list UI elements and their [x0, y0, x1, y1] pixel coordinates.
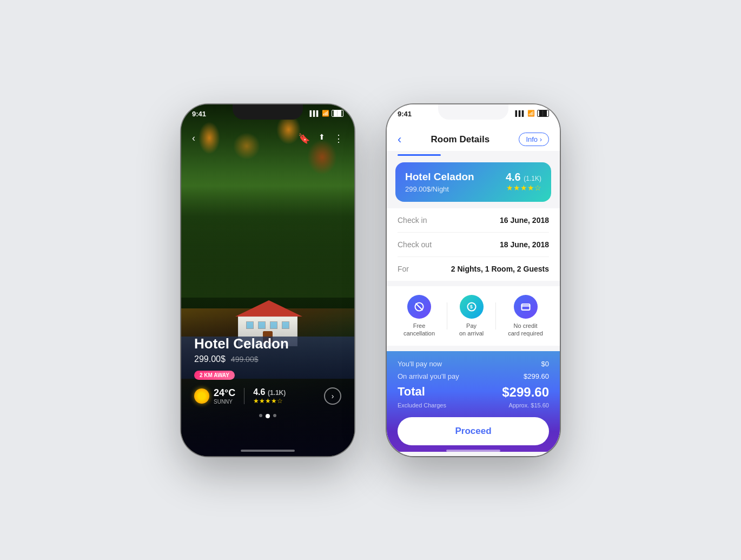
rating-info-dark: 4.6 (1.1K) ★★★★☆ [253, 387, 286, 405]
pay-now-label: You'll pay now [398, 360, 442, 368]
white-body[interactable]: Hotel Celadon 299.00$/Night 4.6 (1.1K) ★… [387, 156, 560, 456]
proceed-button[interactable]: Proceed [398, 417, 549, 445]
pay-now-value: $0 [541, 360, 549, 368]
more-icon-dark[interactable]: ⋮ [334, 133, 343, 144]
phones-container: 9:41 ▌▌▌ 📶 ██ [181, 104, 560, 456]
svg-text:$: $ [469, 304, 472, 309]
phone-white-content: 9:41 ▌▌▌ 📶 ██ ‹ Room Details Info › [387, 104, 560, 456]
white-nav: ‹ Room Details Info › [387, 128, 560, 151]
price-old-dark: 499.00$ [231, 355, 259, 364]
status-icons-dark: ▌▌▌ 📶 ██ [310, 110, 343, 117]
signal-icon-dark: ▌▌▌ [310, 110, 320, 116]
battery-icon-dark: ██ [332, 110, 343, 117]
stars-dark: ★★★★☆ [253, 397, 286, 405]
back-icon-dark[interactable]: ‹ [192, 133, 195, 144]
weather-details: 24°C SUNNY [214, 387, 235, 405]
detail-row-for: For 2 Nights, 1 Room, 2 Guests [398, 257, 549, 281]
dot-2-active[interactable] [266, 414, 270, 418]
hotel-name-dark: Hotel Celadon [194, 335, 341, 352]
detail-row-checkout: Check out 18 June, 2018 [398, 233, 549, 257]
house-roof [235, 300, 302, 317]
notch-white [438, 104, 508, 120]
checkout-label: Check out [398, 240, 432, 249]
pay-arrival-icon: $ [460, 295, 484, 319]
home-indicator-white [446, 450, 500, 452]
phone-nav-dark: ‹ 🔖 ⬆ ⋮ [181, 128, 354, 149]
hotel-info-overlay: Hotel Celadon 299.00$ 499.00$ 2 KM AWAY … [181, 335, 354, 405]
total-value: $299.60 [502, 385, 549, 400]
share-icon-dark[interactable]: ⬆ [319, 133, 325, 144]
amenity-pay-arrival: $ Payon arrival [459, 295, 484, 338]
phone-dark: 9:41 ▌▌▌ 📶 ██ [181, 104, 354, 456]
tree-shadow [181, 175, 354, 298]
no-card-icon [514, 295, 538, 319]
info-button[interactable]: Info › [519, 133, 549, 146]
amenity-divider-2 [495, 302, 496, 330]
status-time-white: 9:41 [398, 110, 412, 118]
excluded-row: Excluded Charges Approx. $15.60 [398, 402, 549, 409]
hotel-price-row-dark: 299.00$ 499.00$ [194, 354, 341, 364]
total-label: Total [398, 385, 425, 399]
details-section: Check in 16 June, 2018 Check out 18 June… [387, 208, 560, 281]
checkout-value: 18 June, 2018 [500, 240, 549, 249]
payment-section: You'll pay now $0 On arrival you'll pay … [387, 351, 560, 452]
amenity-free-cancellation: Freecancellation [403, 295, 435, 338]
wifi-icon-white: 📶 [527, 110, 535, 117]
nav-icons-right-dark: 🔖 ⬆ ⋮ [298, 133, 343, 144]
sun-icon [194, 388, 209, 404]
hotel-card-white: Hotel Celadon 299.00$/Night 4.6 (1.1K) ★… [395, 162, 551, 202]
amenities-row: Freecancellation $ Payon arrival [387, 286, 560, 346]
hotel-card-left: Hotel Celadon 299.00$/Night [405, 171, 474, 193]
cancellation-icon [407, 295, 431, 319]
notch-dark [233, 104, 303, 120]
signal-icon-white: ▌▌▌ [515, 110, 525, 116]
excluded-value: Approx. $15.60 [508, 402, 549, 409]
page-title-white: Room Details [431, 134, 490, 145]
meta-divider [244, 388, 244, 404]
total-row: Total $299.60 [398, 385, 549, 400]
svg-line-1 [416, 304, 422, 310]
hotel-meta-dark: 24°C SUNNY 4.6 (1.1K) ★★★★☆ › [194, 387, 341, 405]
svg-rect-4 [521, 304, 530, 310]
wifi-icon-dark: 📶 [322, 110, 329, 117]
home-indicator-dark [241, 450, 295, 452]
excluded-label: Excluded Charges [398, 402, 446, 409]
hotel-card-stars: ★★★★☆ [506, 183, 541, 192]
hotel-card-right: 4.6 (1.1K) ★★★★☆ [506, 171, 541, 192]
distance-badge: 2 KM AWAY [194, 371, 235, 380]
hotel-card-rating: 4.6 (1.1K) [506, 171, 541, 183]
weather-info: 24°C SUNNY [194, 387, 235, 405]
status-time-dark: 9:41 [192, 110, 206, 118]
price-current-dark: 299.00$ [194, 354, 226, 364]
pay-arrival-row: On arrival you'll pay $299.60 [398, 372, 549, 380]
bookmark-icon-dark[interactable]: 🔖 [298, 133, 310, 144]
pay-now-row: You'll pay now $0 [398, 360, 549, 368]
checkin-label: Check in [398, 216, 427, 225]
for-label: For [398, 265, 409, 273]
carousel-dots [259, 414, 276, 418]
weather-condition: SUNNY [214, 399, 235, 405]
status-icons-white: ▌▌▌ 📶 ██ [515, 110, 549, 117]
dot-1[interactable] [259, 414, 262, 417]
hotel-card-price: 299.00$/Night [405, 185, 474, 193]
rating-number-dark: 4.6 (1.1K) [253, 387, 286, 397]
pay-arrival-text-label: On arrival you'll pay [398, 372, 459, 380]
checkin-value: 16 June, 2018 [500, 216, 549, 225]
hotel-card-name: Hotel Celadon [405, 171, 474, 183]
battery-icon-white: ██ [537, 110, 549, 117]
back-button-white[interactable]: ‹ [398, 133, 401, 147]
expand-button[interactable]: › [324, 387, 341, 405]
dot-3[interactable] [273, 414, 276, 417]
weather-temp: 24°C [214, 387, 235, 399]
tab-indicator [398, 154, 441, 156]
detail-row-checkin: Check in 16 June, 2018 [398, 208, 549, 233]
pay-arrival-label: Payon arrival [459, 322, 484, 338]
phone-white: 9:41 ▌▌▌ 📶 ██ ‹ Room Details Info › [387, 104, 560, 456]
cancellation-label: Freecancellation [403, 322, 435, 338]
pay-arrival-text-value: $299.60 [524, 372, 549, 380]
no-card-label: No creditcard required [508, 322, 543, 338]
hotel-background: ‹ 🔖 ⬆ ⋮ Hotel Celadon 299.00$ 499.00$ 2 … [181, 104, 354, 456]
amenity-no-card: No creditcard required [508, 295, 543, 338]
for-value: 2 Nights, 1 Room, 2 Guests [451, 265, 549, 273]
amenity-divider-1 [447, 302, 447, 330]
